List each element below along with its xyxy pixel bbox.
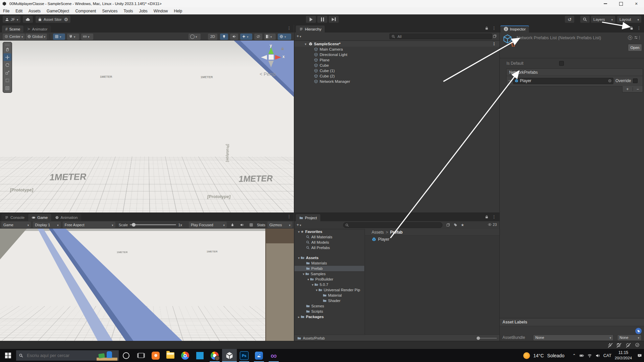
tree-item[interactable]: All Prefabs [294, 245, 364, 250]
menu-services[interactable]: Services [99, 9, 120, 13]
camera-view-dropdown[interactable] [264, 34, 276, 40]
scene-panel-menu-icon[interactable] [287, 26, 291, 31]
volume-icon[interactable] [595, 353, 600, 358]
tab-scene[interactable]: Scene [2, 25, 23, 33]
tray-expand-icon[interactable]: ⌃ [573, 353, 576, 358]
hierarchy-search-input[interactable] [397, 34, 490, 39]
tree-item[interactable]: ProBuilder [294, 277, 364, 282]
transform-tool-button[interactable] [3, 84, 11, 92]
taskbar-search-box[interactable] [16, 350, 119, 361]
scale-slider[interactable] [130, 224, 176, 225]
inspector-menu-icon[interactable] [637, 26, 641, 31]
overlay-drag-handle[interactable] [5, 44, 10, 45]
lighting-toggle[interactable] [220, 34, 228, 40]
display-dropdown[interactable]: Display 1 [33, 222, 61, 228]
status-ok-icon[interactable] [635, 343, 640, 347]
effects-dropdown[interactable] [240, 34, 252, 40]
menu-tools[interactable]: Tools [120, 9, 136, 13]
hierarchy-item[interactable]: Main Camera [294, 47, 499, 52]
close-button[interactable] [629, 0, 644, 7]
gizmos-visibility-dropdown[interactable] [278, 34, 291, 40]
aspect-dropdown[interactable]: Free Aspect [63, 222, 115, 228]
auto-refresh-disabled-icon[interactable] [625, 343, 631, 347]
hierarchy-menu-icon[interactable] [492, 26, 496, 31]
frame-debugger-icon[interactable] [229, 223, 236, 227]
tab-animation[interactable]: Animation [52, 214, 81, 221]
grid-snap-toggle[interactable] [53, 34, 65, 40]
menu-file[interactable]: File [0, 9, 12, 13]
game-viewport[interactable]: 1METER 1METER [0, 229, 294, 341]
scale-tool-button[interactable] [3, 69, 11, 76]
tree-item-assets[interactable]: Assets [294, 255, 364, 260]
menu-edit[interactable]: Edit [12, 9, 25, 13]
taskbar-chrome[interactable] [178, 349, 193, 362]
settings-button[interactable] [62, 16, 70, 23]
collapse-caret-icon[interactable] [304, 42, 307, 46]
menu-help[interactable]: Help [171, 9, 185, 13]
perspective-label[interactable]: < Persp [260, 71, 276, 77]
layout-dropdown[interactable]: Layout [617, 16, 641, 23]
snap-settings-button[interactable] [67, 34, 79, 40]
scene-orientation-gizmo[interactable]: y x < Persp [255, 43, 288, 78]
inspector-lock-icon[interactable] [630, 26, 634, 30]
taskbar-photoshop[interactable]: Ps [237, 349, 252, 362]
undo-history-button[interactable] [565, 16, 574, 23]
language-indicator[interactable]: CAT [603, 353, 611, 358]
play-focused-dropdown[interactable]: Play Focused [189, 222, 227, 228]
remove-element-button[interactable]: − [633, 87, 643, 92]
tab-project[interactable]: Project [296, 214, 320, 221]
component-menu-icon[interactable] [638, 35, 642, 40]
tool-handle-rotation-dropdown[interactable]: Global [25, 34, 47, 40]
tree-item[interactable]: Scripts [294, 309, 364, 314]
mute-audio-icon[interactable] [238, 223, 246, 227]
asset-item-player[interactable]: Player [365, 236, 499, 242]
slider-knob[interactable] [477, 337, 480, 340]
open-button[interactable]: Open [628, 44, 642, 51]
hierarchy-search-field[interactable] [389, 34, 492, 39]
tree-item-prefab-selected[interactable]: Prefab [294, 266, 364, 271]
taskbar-vscode[interactable] [193, 349, 207, 362]
add-element-button[interactable]: + [623, 87, 633, 92]
hierarchy-item[interactable]: Plane [294, 57, 499, 63]
drag-handle-icon[interactable]: ═ [508, 80, 511, 81]
axis-neg-y-cone[interactable] [268, 61, 274, 67]
taskbar-xampp[interactable] [148, 349, 163, 362]
hierarchy-item[interactable]: Cube [294, 63, 499, 68]
project-search-field[interactable] [343, 222, 442, 228]
wifi-icon[interactable] [587, 353, 592, 358]
cortana-button[interactable] [119, 349, 133, 362]
list-header[interactable]: NetworkPrefabs [506, 69, 643, 76]
axis-x-cone[interactable] [275, 55, 281, 60]
tree-item[interactable]: Shader [294, 298, 364, 303]
step-button[interactable] [329, 16, 339, 23]
tab-console[interactable]: Console [1, 214, 28, 221]
pane-expand-icon[interactable] [493, 34, 497, 38]
weather-sun-icon[interactable] [523, 352, 530, 359]
menu-component[interactable]: Component [72, 9, 99, 13]
clock[interactable]: 11:15 20/2/2024 [615, 350, 632, 361]
menu-assets[interactable]: Assets [25, 9, 44, 13]
tool-handle-pivot-dropdown[interactable]: Center [3, 34, 25, 40]
action-center-icon[interactable] [637, 353, 642, 358]
hierarchy-lock-icon[interactable] [485, 26, 489, 30]
help-icon[interactable]: ? [628, 36, 632, 40]
gizmo-lock-icon[interactable] [280, 47, 284, 51]
play-button[interactable] [306, 16, 316, 23]
tree-item[interactable]: Scenes [294, 303, 364, 309]
object-picker-icon[interactable] [608, 79, 612, 83]
rotate-tool-button[interactable] [3, 61, 11, 69]
gizmos-dropdown[interactable]: Gizmos [267, 222, 292, 228]
save-search-icon[interactable] [461, 223, 464, 227]
collab-disabled-icon[interactable] [607, 343, 612, 347]
minimize-button[interactable] [598, 0, 613, 7]
taskbar-visual-studio[interactable]: ∞ [266, 349, 281, 362]
hierarchy-create-button[interactable]: + [297, 34, 301, 39]
2d-toggle[interactable]: 2D [208, 34, 217, 40]
asset-bundle-variant-dropdown[interactable]: None [617, 335, 642, 341]
tab-animator[interactable]: Animator [24, 25, 51, 33]
hierarchy-scene-row[interactable]: SampleScene* [294, 41, 499, 47]
battery-icon[interactable] [579, 353, 584, 358]
is-default-checkbox[interactable] [559, 61, 564, 66]
pause-button[interactable] [317, 16, 327, 23]
search-by-label-icon[interactable] [453, 223, 458, 227]
